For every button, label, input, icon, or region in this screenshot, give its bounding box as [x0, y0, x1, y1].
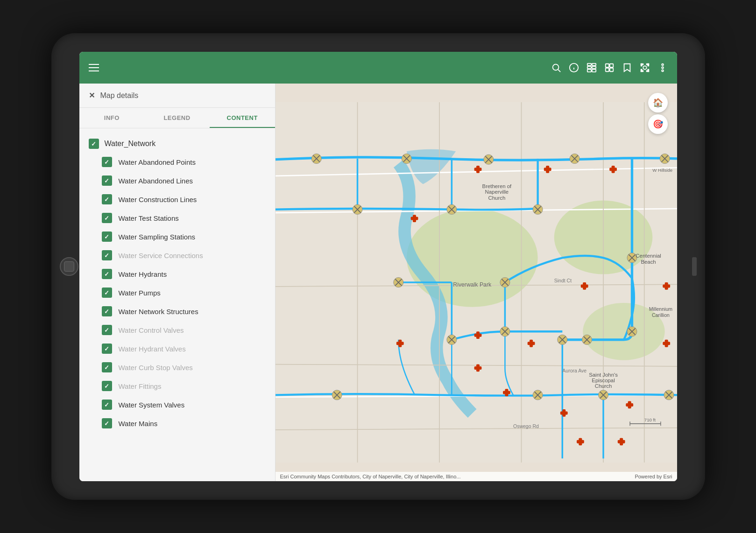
svg-rect-12 — [609, 64, 613, 67]
home-button[interactable]: 🏠 — [648, 93, 668, 112]
svg-rect-121 — [560, 411, 567, 414]
list-item: ✓ Water Mains — [79, 414, 275, 433]
svg-rect-131 — [617, 440, 625, 443]
app-body: ✕ Map details INFO LEGEND CONTENT ✓ Wate… — [79, 84, 677, 481]
group-checkbox[interactable]: ✓ — [89, 139, 99, 149]
layer-checkbox[interactable]: ✓ — [102, 306, 112, 316]
svg-rect-111 — [474, 334, 481, 337]
hamburger-line — [89, 64, 99, 65]
svg-rect-125 — [663, 342, 670, 345]
layer-checkbox[interactable]: ✓ — [102, 381, 112, 391]
layer-checkbox[interactable]: ✓ — [102, 194, 112, 204]
svg-point-24 — [662, 64, 664, 66]
svg-text:Episcopal: Episcopal — [592, 378, 615, 383]
svg-rect-19 — [641, 64, 642, 66]
svg-text:Church: Church — [594, 383, 612, 389]
list-item: ✓ Water System Valves — [79, 395, 275, 414]
svg-text:Centennial: Centennial — [636, 253, 661, 259]
layer-checkbox[interactable]: ✓ — [102, 231, 112, 242]
tabs: INFO LEGEND CONTENT — [79, 108, 275, 128]
svg-text:Bretheren of: Bretheren of — [482, 183, 512, 189]
svg-point-28 — [406, 209, 537, 307]
svg-text:Saint John's: Saint John's — [589, 372, 618, 378]
svg-rect-8 — [592, 66, 595, 69]
layer-checkbox[interactable]: ✓ — [102, 213, 112, 223]
svg-line-1 — [558, 70, 560, 72]
svg-text:Carillion: Carillion — [651, 312, 669, 318]
svg-rect-119 — [503, 391, 510, 394]
layer-checkbox[interactable]: ✓ — [102, 250, 112, 260]
svg-rect-107 — [609, 168, 617, 171]
layer-checkbox[interactable]: ✓ — [102, 175, 112, 186]
layer-label: Water Sampling Stations — [119, 233, 196, 241]
close-button[interactable]: ✕ — [89, 91, 95, 100]
tab-content[interactable]: CONTENT — [210, 108, 275, 128]
layer-checkbox[interactable]: ✓ — [102, 418, 112, 428]
layer-checkbox[interactable]: ✓ — [102, 325, 112, 335]
tab-info[interactable]: INFO — [79, 108, 145, 128]
layer-label: Water Fittings — [119, 382, 162, 390]
list-item: ✓ Water Abandoned Points — [79, 153, 275, 171]
layer-checkbox[interactable]: ✓ — [102, 344, 112, 354]
bookmark-icon[interactable] — [622, 63, 632, 73]
layer-checkbox[interactable]: ✓ — [102, 400, 112, 410]
svg-text:Riverwalk Park: Riverwalk Park — [453, 281, 492, 288]
layer-list: ✓ Water_Network ✓ Water Abandoned Points… — [79, 128, 275, 481]
layer-checkbox[interactable]: ✓ — [102, 269, 112, 279]
svg-rect-113 — [527, 342, 535, 345]
svg-point-26 — [662, 70, 664, 72]
list-item: ✓ Water Network Structures — [79, 302, 275, 321]
list-item: ✓ Water Hydrant Valves — [79, 339, 275, 358]
svg-rect-7 — [587, 66, 591, 69]
list-item: ✓ Water Hydrants — [79, 265, 275, 283]
layer-label: Water Curb Stop Valves — [119, 364, 193, 372]
svg-rect-6 — [592, 63, 595, 66]
svg-rect-11 — [605, 64, 608, 67]
layer-label: Water Control Valves — [119, 326, 184, 334]
layer-label: Water Test Stations — [119, 214, 179, 222]
hamburger-menu[interactable] — [89, 64, 99, 71]
layer-group-header: ✓ Water_Network — [79, 135, 275, 153]
list-item: ✓ Water Curb Stop Valves — [79, 358, 275, 377]
sidebar-header: ✕ Map details — [79, 84, 275, 108]
screenshot-icon[interactable] — [640, 63, 650, 73]
basemap-icon[interactable] — [586, 63, 597, 73]
side-button — [692, 257, 697, 276]
svg-point-0 — [552, 64, 558, 70]
layer-label: Water Abandoned Points — [119, 158, 196, 166]
svg-text:Millennium: Millennium — [649, 306, 672, 312]
svg-rect-103 — [474, 168, 481, 171]
home-button[interactable] — [60, 257, 78, 276]
more-icon[interactable] — [657, 63, 668, 73]
layer-checkbox[interactable]: ✓ — [102, 157, 112, 167]
svg-rect-117 — [474, 366, 481, 370]
svg-point-23 — [643, 66, 646, 69]
search-icon[interactable] — [551, 63, 561, 73]
list-item: ✓ Water Sampling Stations — [79, 227, 275, 246]
sidebar: ✕ Map details INFO LEGEND CONTENT ✓ Wate… — [79, 84, 276, 481]
svg-text:Naperville: Naperville — [485, 189, 509, 195]
layer-label: Water Pumps — [119, 289, 161, 297]
svg-rect-10 — [592, 70, 595, 72]
group-name: Water_Network — [105, 140, 156, 148]
svg-rect-123 — [626, 403, 633, 407]
header-left — [89, 64, 99, 71]
layer-label: Water Hydrant Valves — [119, 345, 186, 353]
hamburger-line — [89, 67, 99, 68]
location-button[interactable]: 🎯 — [648, 114, 668, 134]
svg-rect-5 — [587, 63, 591, 66]
svg-text:Beach: Beach — [641, 259, 656, 265]
info-icon[interactable] — [569, 63, 579, 73]
tab-legend[interactable]: LEGEND — [144, 108, 210, 128]
map-area[interactable]: Bretheren of Naperville Church Riverwalk… — [276, 84, 677, 481]
home-button-inner — [64, 261, 74, 272]
attribution-left: Esri Community Maps Contributors, City o… — [280, 474, 461, 479]
map-controls: 🏠 🎯 — [648, 93, 668, 134]
hamburger-line — [89, 70, 99, 71]
sidebar-title: Map details — [100, 91, 139, 100]
grid-icon[interactable] — [604, 63, 615, 73]
svg-rect-105 — [544, 168, 551, 171]
layer-checkbox[interactable]: ✓ — [102, 288, 112, 298]
svg-rect-109 — [410, 217, 418, 220]
layer-checkbox[interactable]: ✓ — [102, 362, 112, 372]
